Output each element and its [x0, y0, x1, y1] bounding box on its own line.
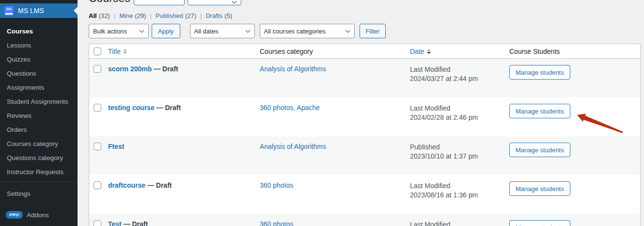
chevron-down-icon	[232, 0, 237, 3]
mslms-logo-icon: Ms	[4, 6, 14, 16]
sidebar-item-addons[interactable]: PRO Addons	[0, 211, 78, 219]
date-value: 2023/08/16 at 1:36 pm	[410, 191, 478, 199]
date-status: Published	[410, 143, 440, 151]
sort-by-date[interactable]: Date	[410, 48, 431, 55]
date-value: 2024/02/28 at 2:46 pm	[410, 113, 478, 121]
header-action-button-1[interactable]	[134, 0, 185, 5]
post-state: — Draft	[145, 181, 172, 189]
sort-by-title[interactable]: Title	[108, 48, 127, 55]
manage-students-button[interactable]: Manage students	[509, 104, 570, 118]
chevron-down-icon	[140, 28, 144, 33]
sidebar-item-instructor-requests[interactable]: Instructor Requests	[0, 165, 78, 179]
manage-students-button[interactable]: Manage students	[509, 181, 570, 196]
categories-filter-value: All courses categories	[264, 28, 326, 35]
adminbar-stub	[0, 0, 78, 3]
date-status: Last Modified	[410, 221, 450, 226]
current-menu-arrow-icon	[74, 7, 78, 15]
date-value: 2023/10/10 at 1:37 pm	[410, 152, 478, 160]
course-title-link[interactable]: Test	[108, 220, 122, 226]
row-checkbox[interactable]	[94, 104, 101, 112]
sidebar-item-questions[interactable]: Questions	[0, 66, 78, 81]
sidebar-item-reviews[interactable]: Reviews	[0, 109, 78, 123]
course-title-link[interactable]: draftcourse	[108, 181, 145, 189]
row-checkbox[interactable]	[94, 181, 101, 189]
page-title: Courses	[89, 0, 130, 5]
post-state: — Draft	[122, 220, 148, 226]
sidebar-item-mslms[interactable]: Ms MS LMS	[0, 3, 78, 18]
header-action-button-2[interactable]	[188, 0, 241, 5]
sidebar-item-questions-category[interactable]: Questions category	[0, 151, 78, 165]
course-row-scorm-200mb: scorm 200mb — Draft Analysis of Algorith…	[89, 59, 640, 97]
view-mine-count: (29)	[135, 12, 146, 19]
chevron-down-icon	[245, 28, 250, 33]
sort-arrows-desc-icon	[427, 49, 431, 54]
categories-filter-select[interactable]: All courses categories	[260, 24, 355, 38]
mslms-logo-label: MS LMS	[18, 7, 44, 15]
date-column-header: Date	[410, 48, 424, 55]
manage-students-button[interactable]: Manage students	[509, 65, 570, 80]
select-all-checkbox[interactable]	[94, 48, 101, 55]
annotation-arrow-shape	[577, 113, 623, 133]
sidebar-item-courses[interactable]: Courses	[0, 24, 78, 38]
manage-students-button[interactable]: Manage students	[509, 220, 570, 226]
category-link[interactable]: 360 photos, Apache	[260, 104, 320, 112]
bulk-actions-value: Bulk actions	[93, 28, 127, 35]
sort-arrows-icon	[123, 49, 127, 54]
filter-button[interactable]: Filter	[360, 24, 386, 38]
course-title-link[interactable]: testing course	[108, 104, 155, 112]
course-row-draftcourse: draftcourse — Draft 360 photos Last Modi…	[89, 175, 640, 214]
view-drafts[interactable]: Drafts(5)	[196, 12, 232, 19]
sidebar-item-courses-category[interactable]: Courses category	[0, 137, 78, 151]
dates-filter-select[interactable]: All dates	[190, 24, 255, 38]
post-state: — Draft	[155, 104, 181, 112]
course-row-testing-course: testing course — Draft 360 photos, Apach…	[89, 97, 640, 136]
course-row-ftest: Ftest Analysis of Algorithms Published20…	[89, 136, 640, 175]
sidebar-item-assignments[interactable]: Assignments	[0, 81, 78, 95]
table-header-row: Title Courses category Date Course Stude…	[89, 44, 640, 59]
row-checkbox[interactable]	[94, 143, 101, 150]
category-column-header: Courses category	[260, 48, 313, 55]
view-published-label: Published	[156, 12, 183, 19]
view-drafts-count: (5)	[224, 12, 232, 19]
title-column-header: Title	[108, 48, 121, 55]
sidebar-item-lessons[interactable]: Lessons	[0, 38, 78, 52]
dates-filter-value: All dates	[194, 28, 219, 35]
course-title-link[interactable]: scorm 200mb	[108, 65, 152, 73]
sidebar-divider	[0, 182, 78, 182]
sidebar-item-orders[interactable]: Orders	[0, 123, 78, 137]
category-link[interactable]: 360 photos	[260, 220, 293, 226]
addons-label: Addons	[27, 211, 49, 219]
view-all-count: (32)	[99, 12, 110, 19]
sidebar-item-quizzes[interactable]: Quizzes	[0, 52, 78, 66]
view-all[interactable]: All(32)	[89, 12, 110, 19]
row-checkbox[interactable]	[94, 220, 101, 226]
view-filter-links: All(32) Mine(29) Published(27) Drafts(5)	[89, 12, 641, 19]
post-state: — Draft	[152, 65, 178, 73]
view-mine[interactable]: Mine(29)	[110, 12, 146, 19]
row-checkbox[interactable]	[94, 65, 101, 73]
sidebar-menu: Courses Lessons Quizzes Questions Assign…	[0, 18, 78, 179]
sidebar-item-settings[interactable]: Settings	[0, 185, 78, 202]
sidebar-item-student-assignments[interactable]: Student Assignments	[0, 95, 78, 109]
category-link[interactable]: Analysis of Algorithms	[260, 143, 326, 150]
students-column-header: Course Students	[509, 48, 560, 55]
admin-sidebar: Ms MS LMS Courses Lessons Quizzes Questi…	[0, 0, 78, 226]
bulk-actions-select[interactable]: Bulk actions	[89, 24, 149, 38]
category-link[interactable]: 360 photos	[260, 181, 293, 189]
manage-students-button[interactable]: Manage students	[509, 143, 570, 157]
main-content: Courses All(32) Mine(29) Published(27) D…	[78, 0, 644, 226]
date-status: Last Modified	[410, 65, 450, 73]
view-mine-label: Mine	[119, 12, 133, 19]
view-all-label: All	[89, 12, 97, 19]
apply-button[interactable]: Apply	[152, 24, 180, 38]
date-status: Last Modified	[410, 104, 450, 112]
course-row-test: Test — Draft 360 photos Last Modified Ma…	[89, 214, 640, 226]
category-link[interactable]: Analysis of Algorithms	[260, 65, 326, 73]
date-status: Last Modified	[410, 182, 450, 190]
view-published[interactable]: Published(27)	[146, 12, 196, 19]
course-title-link[interactable]: Ftest	[108, 143, 124, 150]
annotation-arrow	[574, 109, 628, 136]
chevron-down-icon	[345, 28, 350, 33]
date-value: 2024/03/27 at 2:44 pm	[410, 75, 478, 82]
list-toolbar: Bulk actions Apply All dates All courses…	[89, 24, 641, 38]
